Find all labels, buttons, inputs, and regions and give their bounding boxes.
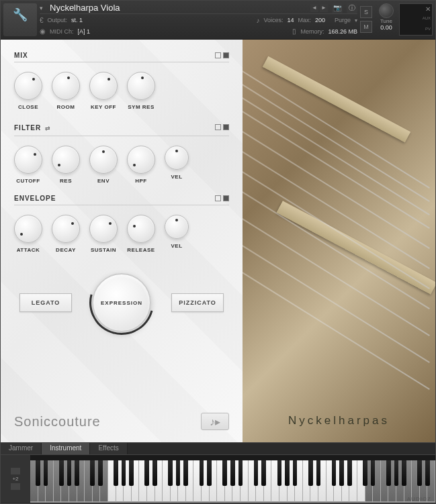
decay-knob[interactable]	[52, 215, 80, 243]
tab-effects[interactable]: Effects	[90, 443, 127, 454]
purge-label[interactable]: Purge	[335, 17, 351, 23]
play-button[interactable]: ♪▸	[201, 413, 229, 430]
black-key[interactable]	[402, 460, 406, 486]
black-key[interactable]	[200, 460, 204, 486]
wrench-icon-button[interactable]: 🔧	[3, 3, 37, 36]
black-key[interactable]	[425, 460, 430, 486]
header-info: ▾ Nyckelharpa Viola ◄ ► 📷 ⓘ € Output: st…	[40, 3, 357, 36]
expression-knob[interactable]: EXPRESSION	[92, 273, 151, 332]
black-key[interactable]	[308, 460, 313, 486]
midi-value[interactable]: [A] 1	[78, 28, 289, 35]
mute-button[interactable]: M	[360, 21, 372, 33]
black-key[interactable]	[36, 460, 40, 486]
sustain-label: SUSTAIN	[91, 247, 116, 253]
black-key[interactable]	[114, 460, 118, 486]
virtual-keyboard[interactable]	[30, 455, 435, 503]
black-key[interactable]	[67, 460, 72, 486]
black-key[interactable]	[90, 460, 95, 486]
tab-jammer[interactable]: Jammer	[1, 443, 42, 454]
instrument-header: 🔧 ▾ Nyckelharpa Viola ◄ ► 📷 ⓘ € Output: …	[1, 1, 435, 40]
output-value[interactable]: st. 1	[71, 17, 252, 23]
black-key[interactable]	[122, 460, 126, 486]
instrument-name: Nyckelharpa Viola	[47, 3, 306, 13]
black-key[interactable]	[144, 460, 149, 486]
room-knob[interactable]	[52, 72, 80, 100]
env-vel-label: VEL	[171, 243, 182, 249]
close-icon[interactable]: ✕	[425, 5, 431, 13]
black-key[interactable]	[347, 460, 352, 486]
snapshot-icon[interactable]: 📷	[332, 3, 343, 13]
expand-icon[interactable]: ▾	[40, 5, 43, 11]
controls-panel: MIX CLOSE ROOM KEY OFF SYM RES FILTER⇄	[1, 40, 243, 442]
octave-up-button[interactable]	[11, 468, 20, 474]
black-key[interactable]	[207, 460, 212, 486]
attack-knob[interactable]	[14, 215, 42, 243]
tune-knob[interactable]	[379, 3, 394, 18]
pizzicato-button[interactable]: PIZZICATO	[171, 293, 224, 312]
black-key[interactable]	[363, 460, 367, 486]
black-key[interactable]	[183, 460, 188, 486]
octave-down-button[interactable]	[11, 483, 20, 490]
black-key[interactable]	[339, 460, 344, 486]
res-knob[interactable]	[52, 146, 80, 174]
black-key[interactable]	[394, 460, 399, 486]
close-knob[interactable]	[14, 72, 42, 100]
black-key[interactable]	[386, 460, 391, 486]
black-key[interactable]	[152, 460, 157, 486]
res-label: RES	[60, 178, 72, 184]
env-knob[interactable]	[89, 146, 118, 174]
filter-toggle-b[interactable]	[223, 124, 229, 130]
black-key[interactable]	[371, 460, 376, 486]
env-toggle-b[interactable]	[223, 195, 229, 201]
instrument-image-panel: Nyckelharpas	[243, 40, 435, 442]
black-key[interactable]	[293, 460, 298, 486]
black-key[interactable]	[254, 460, 259, 486]
keyoff-label: KEY OFF	[91, 104, 116, 110]
legato-button[interactable]: LEGATO	[19, 293, 72, 312]
cutoff-knob[interactable]	[14, 146, 42, 174]
env-toggle-a[interactable]	[215, 195, 221, 201]
mix-title: MIX	[14, 52, 28, 59]
black-key[interactable]	[316, 460, 321, 486]
sustain-knob[interactable]	[89, 215, 118, 243]
keyoff-knob[interactable]	[89, 72, 118, 100]
black-key[interactable]	[238, 460, 243, 486]
prev-preset-button[interactable]: ◄	[310, 4, 318, 12]
black-key[interactable]	[332, 460, 337, 486]
octave-value: +2	[12, 476, 18, 482]
black-key[interactable]	[176, 460, 181, 486]
tab-instrument[interactable]: Instrument	[42, 443, 90, 454]
instrument-strings	[243, 40, 435, 442]
black-key[interactable]	[261, 460, 266, 486]
mix-toggle-a[interactable]	[215, 52, 221, 58]
brand-row: Soniccouture ♪▸	[14, 413, 229, 430]
black-key[interactable]	[44, 460, 48, 486]
solo-button[interactable]: S	[360, 6, 372, 18]
release-knob[interactable]	[127, 215, 155, 243]
black-key[interactable]	[59, 460, 64, 486]
black-key[interactable]	[129, 460, 134, 486]
decay-label: DECAY	[56, 247, 76, 253]
voices-current: 14	[287, 17, 294, 23]
black-key[interactable]	[277, 460, 282, 486]
expression-label: EXPRESSION	[101, 300, 142, 306]
black-key[interactable]	[285, 460, 290, 486]
filter-toggle-a[interactable]	[215, 124, 221, 130]
black-key[interactable]	[222, 460, 227, 486]
pv-label: PV	[425, 27, 431, 31]
voices-max[interactable]: 200	[315, 17, 325, 23]
info-icon[interactable]: ⓘ	[347, 3, 357, 13]
black-key[interactable]	[417, 460, 422, 486]
next-preset-button[interactable]: ►	[320, 4, 328, 12]
black-key[interactable]	[75, 460, 79, 486]
black-key[interactable]	[230, 460, 235, 486]
black-key[interactable]	[168, 460, 173, 486]
mix-toggle-b[interactable]	[223, 52, 229, 58]
product-name: Nyckelharpas	[243, 414, 435, 427]
filter-vel-knob[interactable]	[165, 146, 189, 170]
hpf-knob[interactable]	[127, 146, 155, 174]
env-vel-knob[interactable]	[165, 215, 189, 239]
filter-type-icon[interactable]: ⇄	[45, 125, 50, 132]
black-key[interactable]	[98, 460, 103, 486]
symres-knob[interactable]	[127, 72, 155, 100]
